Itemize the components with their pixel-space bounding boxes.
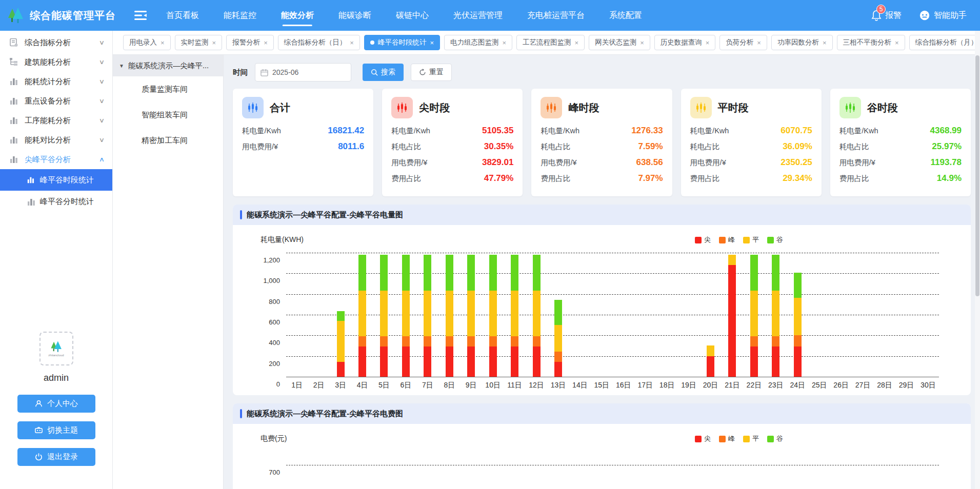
nav-item-能效分析[interactable]: 能效分析	[280, 1, 315, 30]
tab-综合指标分析（月）[interactable]: 综合指标分析（月）×	[909, 35, 980, 50]
stacked-bar-13日[interactable]	[554, 300, 562, 377]
tab-功率因数分析[interactable]: 功率因数分析×	[771, 35, 833, 50]
reset-button[interactable]: 重置	[411, 64, 452, 81]
stacked-bar-3日[interactable]	[337, 311, 345, 377]
date-picker-input[interactable]: 2025-06	[255, 63, 351, 82]
nav-item-能耗监控[interactable]: 能耗监控	[223, 1, 257, 30]
stacked-bar-4日[interactable]	[358, 255, 366, 377]
nav-item-光伏运营管理[interactable]: 光伏运营管理	[452, 1, 504, 30]
stacked-bar-24日[interactable]	[794, 273, 802, 377]
stacked-bar-8日[interactable]	[446, 255, 453, 377]
legend-item-峰[interactable]: 峰	[719, 434, 735, 443]
sidebar-item-重点设备分析[interactable]: 重点设备分析∨	[0, 91, 112, 111]
sidebar-item-工序能耗分析[interactable]: 工序能耗分析∨	[0, 111, 112, 130]
legend-swatch	[695, 436, 702, 442]
bar-segment-峰	[772, 336, 779, 346]
nav-item-系统配置[interactable]: 系统配置	[608, 1, 643, 30]
个人中心-button[interactable]: 个人中心	[17, 395, 95, 413]
tab-历史数据查询[interactable]: 历史数据查询×	[654, 35, 716, 50]
legend-item-平[interactable]: 平	[743, 235, 759, 244]
close-icon[interactable]: ×	[350, 39, 354, 47]
stacked-bar-21日[interactable]	[728, 255, 736, 377]
card-title: 平时段	[718, 101, 749, 115]
vertical-scrollbar[interactable]	[975, 31, 980, 489]
legend-item-尖[interactable]: 尖	[695, 434, 711, 443]
tree-node-智能组装车间[interactable]: 智能组装车间	[113, 102, 223, 128]
nav-item-首页看板[interactable]: 首页看板	[165, 1, 200, 30]
tab-实时监测[interactable]: 实时监测×	[175, 35, 223, 50]
cost-chart-title: 能碳系统演示—尖峰平谷配置-尖峰平谷电费图	[247, 409, 403, 419]
tab-综合指标分析（日）[interactable]: 综合指标分析（日）×	[278, 35, 360, 50]
切换主题-button[interactable]: 切换主题	[17, 421, 95, 439]
tree-root-node[interactable]: ▼ 能碳系统演示—尖峰平...	[113, 55, 223, 76]
sidebar-subitem-峰平谷时段统计[interactable]: 峰平谷时段统计	[0, 169, 112, 191]
sidebar-item-尖峰平谷分析[interactable]: 尖峰平谷分析∧	[0, 150, 112, 169]
legend-item-谷[interactable]: 谷	[767, 434, 783, 443]
tab-报警分析[interactable]: 报警分析×	[226, 35, 274, 50]
button-label: 退出登录	[47, 452, 78, 462]
stacked-bar-6日[interactable]	[402, 255, 410, 377]
stat-card-谷时段: 谷时段耗电量/Kwh4368.99耗电占比25.97%用电费用/¥1193.78…	[830, 89, 971, 196]
day-slot-17日	[634, 253, 656, 377]
close-icon[interactable]: ×	[757, 39, 761, 47]
legend-item-谷[interactable]: 谷	[767, 235, 783, 244]
nav-item-充电桩运营平台[interactable]: 充电桩运营平台	[526, 1, 586, 30]
search-button[interactable]: 搜索	[363, 64, 404, 81]
sidebar-item-建筑能耗分析[interactable]: 建筑能耗分析∨	[0, 52, 112, 72]
bar-chart-icon	[9, 96, 18, 106]
close-icon[interactable]: ×	[161, 39, 165, 47]
stacked-bar-10日[interactable]	[489, 255, 497, 377]
sidebar-item-能耗统计分析[interactable]: 能耗统计分析∨	[0, 72, 112, 91]
stacked-bar-9日[interactable]	[467, 255, 475, 377]
close-icon[interactable]: ×	[212, 39, 216, 47]
assistant-button[interactable]: 智能助手	[919, 10, 967, 21]
alarm-button[interactable]: 5 报警	[871, 10, 902, 21]
close-icon[interactable]: ×	[430, 39, 434, 47]
tab-用电录入[interactable]: 用电录入×	[123, 35, 171, 50]
bar-segment-平	[467, 291, 475, 337]
bar-segment-峰	[489, 336, 497, 346]
stacked-bar-11日[interactable]	[511, 255, 518, 377]
close-icon[interactable]: ×	[502, 39, 506, 47]
close-icon[interactable]: ×	[895, 39, 899, 47]
stacked-bar-5日[interactable]	[380, 255, 388, 377]
sidebar-subitem-峰平谷分时统计[interactable]: 峰平谷分时统计	[0, 191, 112, 212]
tree-node-精密加工车间[interactable]: 精密加工车间	[113, 128, 223, 153]
退出登录-button[interactable]: 退出登录	[17, 448, 95, 466]
avatar[interactable]: zhitancloud	[39, 332, 73, 365]
tab-网关状态监测[interactable]: 网关状态监测×	[589, 35, 650, 50]
tab-工艺流程图监测[interactable]: 工艺流程图监测×	[516, 35, 585, 50]
close-icon[interactable]: ×	[706, 39, 710, 47]
stacked-bar-20日[interactable]	[707, 345, 714, 377]
nav-item-能碳诊断[interactable]: 能碳诊断	[337, 1, 372, 30]
legend-item-峰[interactable]: 峰	[719, 235, 735, 244]
energy-chart-panel: 能碳系统演示—尖峰平谷配置-尖峰平谷电量图 耗电量(KWH)尖峰平谷020040…	[233, 205, 971, 395]
scrollbar-thumb[interactable]	[975, 55, 979, 296]
sidebar-item-综合指标分析[interactable]: 综合指标分析∨	[0, 33, 112, 52]
close-icon[interactable]: ×	[264, 39, 268, 47]
legend-item-平[interactable]: 平	[743, 434, 759, 443]
tab-三相不平衡分析[interactable]: 三相不平衡分析×	[837, 35, 905, 50]
stacked-bar-22日[interactable]	[750, 255, 758, 377]
tree-node-质量监测车间[interactable]: 质量监测车间	[113, 76, 223, 102]
stacked-bar-12日[interactable]	[533, 255, 541, 377]
collapse-sidebar-icon[interactable]	[134, 10, 148, 21]
close-icon[interactable]: ×	[575, 39, 579, 47]
stacked-bar-23日[interactable]	[772, 255, 779, 377]
day-slot-21日	[722, 253, 743, 377]
tab-负荷分析[interactable]: 负荷分析×	[719, 35, 767, 50]
day-slot-14日	[569, 253, 591, 377]
metric-label: 耗电量/Kwh	[839, 126, 878, 136]
legend-swatch	[767, 237, 774, 243]
x-tick-label: 21日	[722, 381, 743, 390]
close-icon[interactable]: ×	[640, 39, 644, 47]
close-icon[interactable]: ×	[823, 39, 827, 47]
stacked-bar-7日[interactable]	[424, 255, 431, 377]
legend-item-尖[interactable]: 尖	[695, 235, 711, 244]
bar-segment-谷	[533, 255, 541, 291]
sidebar-item-能耗对比分析[interactable]: 能耗对比分析∨	[0, 130, 112, 150]
nav-item-碳链中心[interactable]: 碳链中心	[395, 1, 430, 30]
tab-电力组态图监测[interactable]: 电力组态图监测×	[444, 35, 512, 50]
time-label: 时间	[233, 68, 248, 77]
tab-峰平谷时段统计[interactable]: 峰平谷时段统计×	[364, 35, 440, 50]
